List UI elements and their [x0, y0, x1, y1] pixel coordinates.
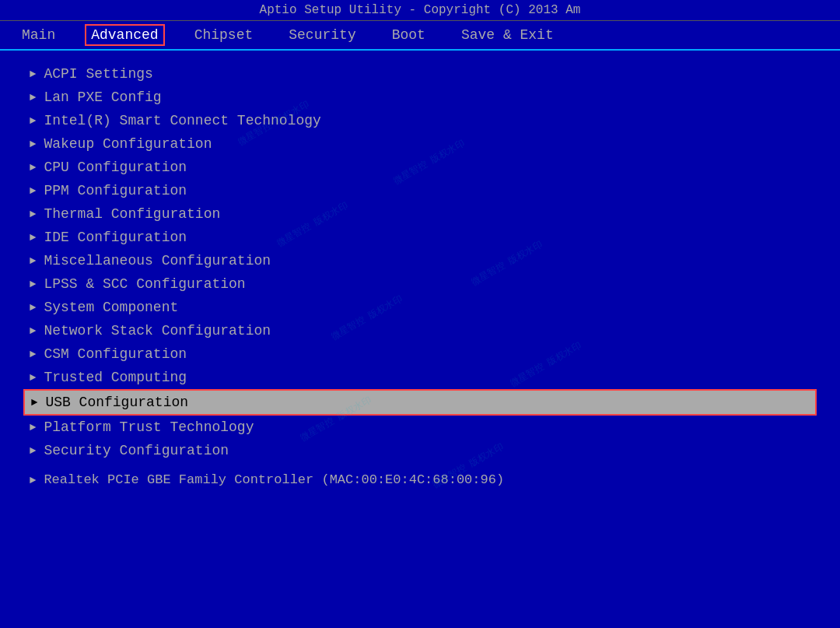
bios-item-misc-config[interactable]: ► Miscellaneous Configuration: [23, 249, 817, 272]
menu-item-save-exit[interactable]: Save & Exit: [455, 24, 560, 46]
arrow-icon: ►: [30, 371, 36, 384]
menu-item-boot[interactable]: Boot: [386, 24, 432, 46]
arrow-icon: ►: [30, 325, 36, 337]
bios-item-thermal-config[interactable]: ► Thermal Configuration: [23, 202, 817, 226]
arrow-icon: ►: [30, 114, 36, 127]
title-bar: Aptio Setup Utility - Copyright (C) 2013…: [0, 0, 840, 20]
bios-item-label: Thermal Configuration: [44, 206, 220, 222]
arrow-icon: ►: [30, 91, 36, 103]
menu-item-chipset[interactable]: Chipset: [188, 24, 260, 46]
bios-item-intel-smart-connect[interactable]: ► Intel(R) Smart Connect Technology: [23, 109, 817, 132]
bios-item-label: Security Configuration: [44, 443, 229, 458]
bios-item-label: Platform Trust Technology: [44, 419, 254, 435]
arrow-icon: ►: [30, 474, 36, 486]
bios-item-platform-trust[interactable]: ► Platform Trust Technology: [23, 416, 817, 439]
bios-item-network-stack-config[interactable]: ► Network Stack Configuration: [23, 319, 817, 342]
menu-item-security[interactable]: Security: [282, 24, 362, 46]
arrow-icon: ►: [30, 278, 36, 290]
arrow-icon: ►: [30, 421, 36, 433]
bios-item-ppm-config[interactable]: ► PPM Configuration: [23, 179, 817, 202]
bios-item-label: Intel(R) Smart Connect Technology: [44, 113, 320, 128]
bios-item-csm-config[interactable]: ► CSM Configuration: [23, 342, 817, 366]
bios-item-label: Wakeup Configuration: [44, 136, 212, 152]
arrow-icon: ►: [30, 138, 36, 150]
arrow-icon: ►: [30, 444, 36, 457]
bios-item-label: Miscellaneous Configuration: [44, 253, 271, 268]
title-text: Aptio Setup Utility - Copyright (C) 2013…: [260, 3, 581, 17]
bios-item-label: ACPI Settings: [44, 66, 152, 82]
bios-item-wakeup-config[interactable]: ► Wakeup Configuration: [23, 132, 817, 156]
bios-item-label: LPSS & SCC Configuration: [44, 276, 245, 292]
arrow-icon: ►: [30, 184, 36, 197]
bios-item-label: USB Configuration: [45, 395, 188, 410]
menu-bar: Main Advanced Chipset Security Boot Save…: [0, 20, 840, 51]
bios-item-acpi-settings[interactable]: ► ACPI Settings: [23, 62, 817, 86]
bios-item-label: Lan PXE Config: [44, 89, 161, 105]
bios-item-label: Network Stack Configuration: [44, 323, 271, 339]
bios-item-lpss-scc-config[interactable]: ► LPSS & SCC Configuration: [23, 272, 817, 296]
arrow-icon: ►: [30, 208, 36, 220]
bios-item-lan-pxe-config[interactable]: ► Lan PXE Config: [23, 86, 817, 109]
arrow-icon: ►: [31, 396, 37, 409]
bios-item-cpu-config[interactable]: ► CPU Configuration: [23, 156, 817, 179]
arrow-icon: ►: [30, 254, 36, 267]
menu-item-main[interactable]: Main: [16, 24, 61, 46]
realtek-item-label: Realtek PCIe GBE Family Controller (MAC:…: [44, 472, 504, 487]
bios-item-trusted-computing[interactable]: ► Trusted Computing: [23, 366, 817, 389]
bios-item-label: CPU Configuration: [44, 160, 187, 175]
bios-item-usb-config[interactable]: ► USB Configuration: [23, 389, 817, 416]
arrow-icon: ►: [30, 348, 36, 360]
bios-item-label: IDE Configuration: [44, 230, 187, 245]
bios-item-realtek[interactable]: ► Realtek PCIe GBE Family Controller (MA…: [23, 468, 817, 491]
bios-item-label: Trusted Computing: [44, 370, 187, 385]
bios-item-label: CSM Configuration: [44, 346, 187, 362]
bios-menu-list: ► ACPI Settings ► Lan PXE Config ► Intel…: [23, 62, 817, 462]
arrow-icon: ►: [30, 231, 36, 244]
content-area: ► ACPI Settings ► Lan PXE Config ► Intel…: [0, 51, 840, 609]
arrow-icon: ►: [30, 68, 36, 80]
arrow-icon: ►: [30, 301, 36, 314]
bios-item-security-config[interactable]: ► Security Configuration: [23, 439, 817, 462]
arrow-icon: ►: [30, 161, 36, 174]
bios-item-ide-config[interactable]: ► IDE Configuration: [23, 226, 817, 249]
bios-item-label: System Component: [44, 300, 178, 315]
bios-item-label: PPM Configuration: [44, 183, 187, 198]
menu-item-advanced[interactable]: Advanced: [85, 24, 164, 46]
bios-item-system-component[interactable]: ► System Component: [23, 296, 817, 319]
